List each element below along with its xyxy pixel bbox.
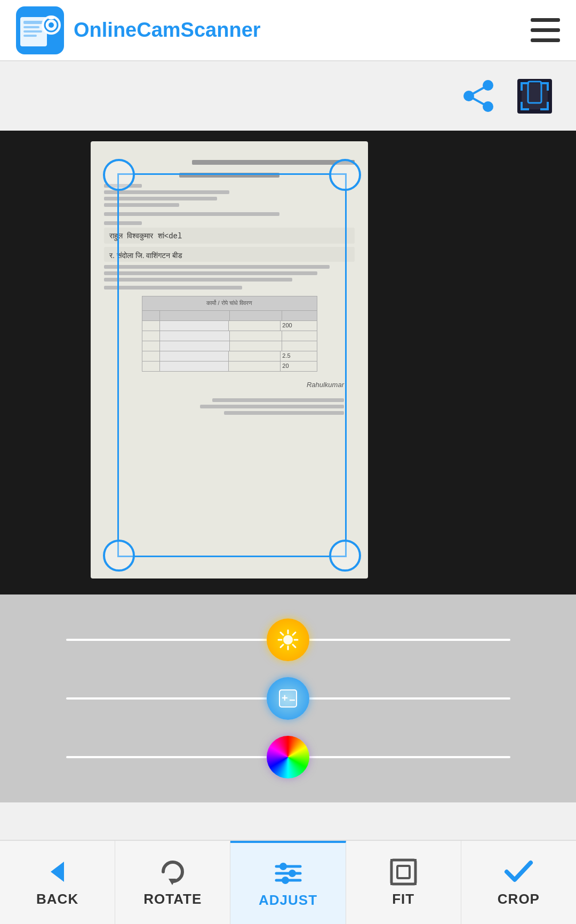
back-nav-item[interactable]: BACK — [0, 841, 115, 924]
rotate-nav-label: ROTATE — [143, 891, 202, 907]
document-canvas: राहुल विश्वकुमार शां<del र. संदोला जि. व… — [0, 131, 576, 594]
brightness-track[interactable] — [66, 639, 510, 641]
fit-icon — [389, 857, 418, 887]
color-slider-row — [27, 736, 549, 778]
svg-rect-4 — [23, 30, 42, 33]
svg-text:−: − — [289, 694, 295, 706]
svg-line-26 — [281, 645, 283, 647]
color-track[interactable] — [66, 756, 510, 758]
svg-marker-30 — [51, 862, 64, 882]
adjust-sliders-icon — [274, 858, 303, 888]
svg-line-23 — [281, 632, 283, 635]
crop-nav-item[interactable]: CROP — [461, 841, 576, 924]
fit-nav-label: FIT — [392, 891, 414, 907]
app-header: OnlineCamScanner — [0, 0, 576, 61]
adjustment-sliders: + − — [0, 594, 576, 802]
svg-rect-39 — [397, 866, 410, 878]
exposure-icon: + − — [277, 688, 299, 709]
svg-line-25 — [293, 632, 295, 635]
rotate-icon — [158, 857, 187, 887]
svg-rect-16 — [522, 83, 548, 109]
share-button[interactable] — [459, 76, 499, 116]
svg-point-35 — [289, 870, 296, 877]
exposure-thumb[interactable]: + − — [267, 677, 309, 720]
rotate-nav-item[interactable]: ROTATE — [115, 841, 230, 924]
svg-rect-3 — [23, 26, 39, 28]
checkmark-icon — [504, 857, 533, 887]
back-nav-icon — [43, 857, 72, 887]
svg-point-33 — [279, 863, 287, 870]
crop-nav-icon — [504, 857, 533, 887]
adjust-nav-label: ADJUST — [259, 892, 317, 909]
crop-nav-label: CROP — [498, 891, 540, 907]
logo-area: OnlineCamScanner — [16, 6, 261, 54]
svg-point-8 — [49, 22, 54, 28]
svg-point-37 — [282, 877, 289, 884]
svg-line-14 — [469, 96, 488, 107]
app-name-text: OnlineCamScanner — [74, 19, 261, 42]
fit-nav-item[interactable]: FIT — [346, 841, 461, 924]
fit-nav-icon — [389, 857, 418, 887]
adjust-nav-item[interactable]: ADJUST — [230, 841, 346, 924]
brightness-slider-row — [27, 618, 549, 661]
svg-point-18 — [283, 635, 293, 645]
svg-rect-2 — [23, 21, 44, 24]
document-image: राहुल विश्वकुमार शां<del र. संदोला जि. व… — [91, 141, 368, 578]
share-icon — [461, 79, 496, 114]
toolbar — [0, 61, 576, 131]
svg-rect-5 — [23, 35, 37, 37]
sun-icon — [277, 629, 299, 650]
exposure-track[interactable]: + − — [66, 697, 510, 700]
svg-line-24 — [293, 645, 295, 647]
hamburger-menu-button[interactable] — [531, 18, 560, 42]
svg-rect-9 — [48, 16, 54, 19]
svg-line-13 — [469, 85, 488, 96]
back-nav-label: BACK — [36, 891, 78, 907]
adjust-nav-icon — [274, 858, 303, 888]
document-content: राहुल विश्वकुमार शां<del र. संदोला जि. व… — [91, 141, 368, 433]
fullscreen-button[interactable] — [515, 76, 555, 116]
svg-text:+: + — [282, 692, 288, 704]
rotate-nav-icon — [158, 857, 187, 887]
bottom-navigation: BACK ROTATE ADJUST — [0, 840, 576, 924]
app-logo-icon — [16, 6, 64, 54]
fullscreen-icon — [517, 79, 552, 114]
svg-rect-38 — [391, 860, 415, 884]
brightness-thumb[interactable] — [267, 618, 309, 661]
back-arrow-icon — [43, 857, 72, 887]
color-thumb[interactable] — [267, 736, 309, 778]
exposure-slider-row: + − — [27, 677, 549, 720]
